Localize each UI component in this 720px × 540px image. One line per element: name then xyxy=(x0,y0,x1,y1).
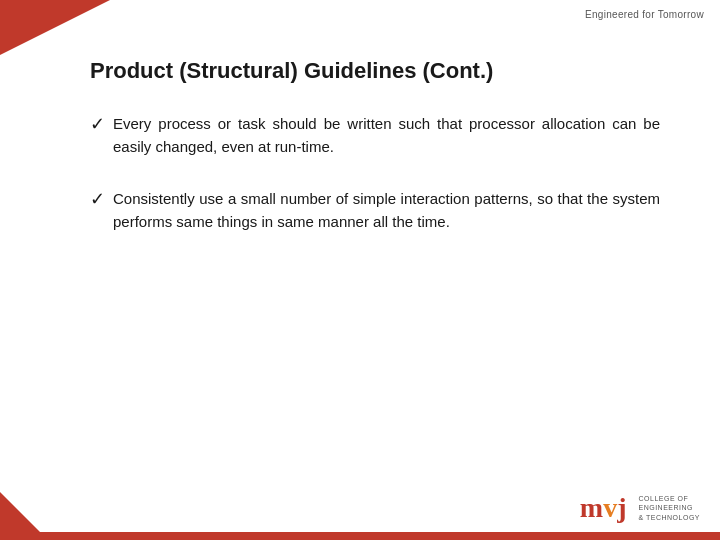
logo-subtitle-3: & TECHNOLOGY xyxy=(639,513,701,522)
logo-subtitle-1: COLLEGE OF xyxy=(639,494,701,503)
logo-text: COLLEGE OF ENGINEERING & TECHNOLOGY xyxy=(639,494,701,521)
mvj-logo: m v j xyxy=(580,492,627,524)
tagline: Engineered for Tomorrow xyxy=(585,9,704,20)
bullet-text-2: Consistently use a small number of simpl… xyxy=(113,187,660,234)
logo-letter-m: m xyxy=(580,492,603,524)
slide-title: Product (Structural) Guidelines (Cont.) xyxy=(90,58,660,84)
logo-area: m v j COLLEGE OF ENGINEERING & TECHNOLOG… xyxy=(580,492,700,524)
logo-subtitle-2: ENGINEERING xyxy=(639,503,701,512)
checkmark-icon-1: ✓ xyxy=(90,113,105,135)
bullet-text-1: Every process or task should be written … xyxy=(113,112,660,159)
slide-content: Product (Structural) Guidelines (Cont.) … xyxy=(0,28,720,540)
top-bar: Engineered for Tomorrow xyxy=(0,0,720,28)
bottom-stripe xyxy=(0,532,720,540)
checkmark-icon-2: ✓ xyxy=(90,188,105,210)
bullet-item-2: ✓ Consistently use a small number of sim… xyxy=(90,187,660,234)
bullet-item-1: ✓ Every process or task should be writte… xyxy=(90,112,660,159)
logo-letter-j: j xyxy=(617,492,626,524)
logo-letter-v: v xyxy=(603,492,617,524)
